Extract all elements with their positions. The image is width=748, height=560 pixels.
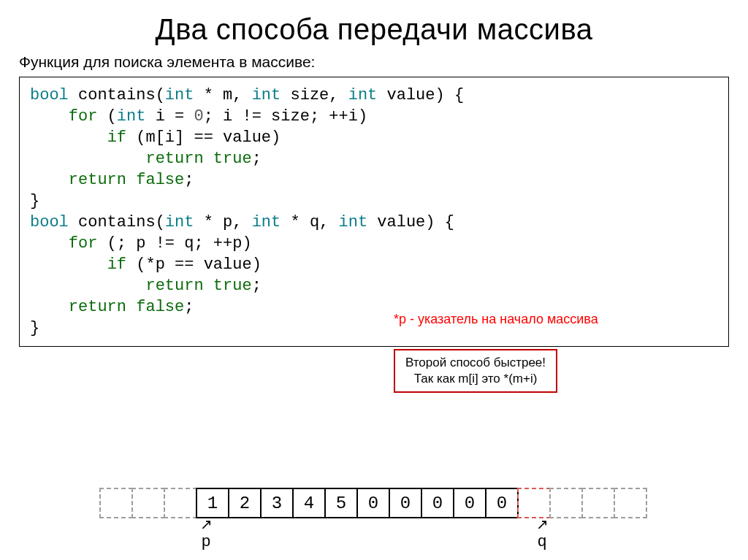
code-line: } <box>30 191 718 212</box>
memory-pointer-labels: ↗ p ↗ q <box>0 518 748 551</box>
pointer-p: ↗ p <box>189 518 223 551</box>
memory-cell: 0 <box>356 488 390 518</box>
memory-cell-end <box>517 488 551 518</box>
code-line: if (*p == value) <box>30 254 718 275</box>
code-line: if (m[i] == value) <box>30 127 718 148</box>
code-line: for (int i = 0; i != size; ++i) <box>30 106 718 127</box>
memory-strip: 1 2 3 4 5 0 0 0 0 0 <box>0 488 748 518</box>
code-line: return false; <box>30 169 718 191</box>
annotation-line: Второй способ быстрее! <box>405 355 546 371</box>
memory-cell-empty <box>581 488 615 518</box>
code-line: return true; <box>30 148 718 169</box>
annotation-speed-box: Второй способ быстрее! Так как m[i] это … <box>394 349 557 393</box>
memory-cell: 4 <box>292 488 326 518</box>
memory-cell-empty <box>99 488 133 518</box>
memory-cell: 0 <box>421 488 454 518</box>
pointer-label: q <box>525 533 559 551</box>
code-block: bool contains(int * m, int size, int val… <box>19 77 729 347</box>
slide-subtitle: Функция для поиска элемента в массиве: <box>0 52 748 75</box>
memory-cell: 0 <box>485 488 519 518</box>
arrow-up-icon: ↗ <box>189 517 223 532</box>
pointer-q: ↗ q <box>525 518 559 551</box>
arrow-up-icon: ↗ <box>525 517 559 532</box>
code-line: bool contains(int * m, int size, int val… <box>30 85 718 106</box>
memory-cell-empty <box>164 488 197 518</box>
code-line: bool contains(int * p, int * q, int valu… <box>30 212 718 233</box>
annotation-pointer-note: *p - указатель на начало массива <box>394 311 598 329</box>
pointer-label: p <box>189 533 223 551</box>
code-line: for (; p != q; ++p) <box>30 233 718 254</box>
memory-cell: 5 <box>324 488 358 518</box>
memory-cell: 1 <box>196 488 229 518</box>
memory-cell: 3 <box>260 488 294 518</box>
slide-title: Два способа передачи массива <box>0 0 748 52</box>
code-line: } <box>30 318 718 339</box>
code-line: return true; <box>30 275 718 296</box>
memory-cell: 2 <box>228 488 262 518</box>
memory-cell: 0 <box>389 488 422 518</box>
memory-cell-empty <box>131 488 165 518</box>
memory-cell-empty <box>614 488 647 518</box>
memory-cell: 0 <box>453 488 486 518</box>
code-line: return false; <box>30 296 718 318</box>
annotation-line: Так как m[i] это *(m+i) <box>405 371 546 387</box>
memory-cell-empty <box>549 488 583 518</box>
